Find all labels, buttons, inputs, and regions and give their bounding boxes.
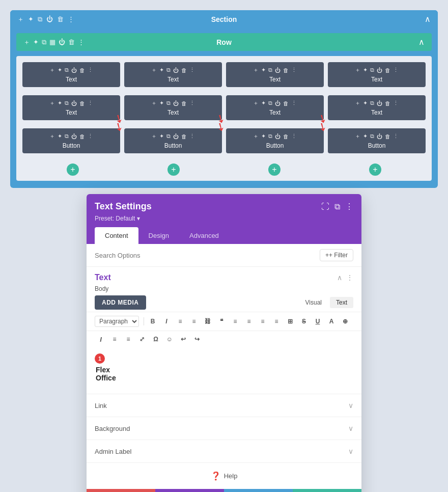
- more-formats-button[interactable]: ⊕: [339, 315, 351, 327]
- module-label-1: Text: [66, 76, 77, 83]
- table-button[interactable]: ⊞: [284, 315, 296, 327]
- search-options-input[interactable]: [95, 252, 316, 259]
- panel-tabs: Content Design Advanced: [95, 227, 353, 244]
- emoji-button[interactable]: ☺: [163, 333, 176, 345]
- module-button-4[interactable]: ＋✦⧉⏻🗑⋮ Button: [328, 128, 426, 153]
- strikethrough-button[interactable]: S: [298, 315, 310, 327]
- panel-preset[interactable]: Preset: Default ▾: [95, 215, 353, 222]
- text-section-title-row: Text ∧ ⋮: [87, 267, 361, 285]
- module-label-5: Text: [66, 109, 77, 116]
- module-text-4[interactable]: ＋✦⧉⏻🗑⋮ Text: [328, 62, 426, 87]
- section-header: ＋ ✦ ⧉ ⏻ 🗑 ⋮ Section ∧: [10, 10, 438, 28]
- module-label-8: Text: [371, 109, 382, 116]
- row-delete-icon[interactable]: 🗑: [68, 38, 75, 46]
- outdent-button[interactable]: ≡: [122, 333, 134, 345]
- unordered-list-button[interactable]: ≡: [174, 315, 186, 327]
- redo-button[interactable]: ↪: [191, 333, 203, 345]
- search-filter-row: + + Filter: [87, 244, 361, 267]
- row-settings-icon[interactable]: ✦: [33, 38, 39, 46]
- section-container: ＋ ✦ ⧉ ⏻ 🗑 ⋮ Section ∧ ＋ ✦ ⧉ ▦ ⏻ 🗑 ⋮ Row …: [10, 10, 438, 188]
- panel-columns-icon[interactable]: ⧉: [334, 202, 340, 211]
- undo-footer-button[interactable]: ↺: [155, 489, 224, 492]
- add-module-btn-2[interactable]: +: [167, 163, 180, 176]
- text-color-button[interactable]: A: [325, 315, 338, 327]
- fullscreen-editor-button[interactable]: ⤢: [136, 333, 148, 345]
- module-text-6[interactable]: ＋✦⧉⏻🗑⋮ Text: [124, 95, 222, 120]
- ordered-list-button[interactable]: ≡: [188, 315, 200, 327]
- save-button[interactable]: ✓: [293, 489, 361, 492]
- module-text-2[interactable]: ＋✦⧉⏻🗑⋮ Text: [124, 62, 222, 87]
- module-label-4: Text: [371, 76, 382, 83]
- align-justify-button[interactable]: ≡: [270, 315, 283, 327]
- tab-content[interactable]: Content: [95, 227, 138, 244]
- panel-more-icon[interactable]: ⋮: [345, 202, 353, 211]
- blockquote-button[interactable]: ❝: [215, 315, 228, 327]
- filter-plus-icon: +: [325, 252, 329, 259]
- module-text-8[interactable]: ＋✦⧉⏻🗑⋮ Text: [328, 95, 426, 120]
- section-settings-icon[interactable]: ✦: [28, 15, 34, 23]
- italic-button[interactable]: I: [160, 315, 173, 327]
- background-section[interactable]: Background ∨: [87, 417, 361, 440]
- link-section[interactable]: Link ∨: [87, 394, 361, 417]
- module-text-3[interactable]: ＋✦⧉⏻🗑⋮ Text: [226, 62, 324, 87]
- undo-button[interactable]: ↩: [177, 333, 189, 345]
- module-text-1[interactable]: ＋✦⧉⏻🗑⋮ Text: [22, 62, 120, 87]
- section-more-icon[interactable]: ⋮: [68, 15, 74, 23]
- modules-row-3-wrapper: ＋✦⧉⏻🗑⋮ Button ＋✦⧉⏻🗑⋮ Button ＋✦⧉⏻🗑⋮: [20, 126, 428, 155]
- section-add-icon[interactable]: ＋: [17, 15, 24, 24]
- row-add-icon[interactable]: ＋: [23, 38, 30, 47]
- indent-button[interactable]: ≡: [108, 333, 121, 345]
- add-module-row: + + + +: [20, 160, 428, 177]
- add-module-btn-4[interactable]: +: [369, 163, 381, 176]
- section-delete-icon[interactable]: 🗑: [57, 15, 64, 23]
- collapse-icon[interactable]: ∧: [337, 274, 342, 282]
- tab-design[interactable]: Design: [138, 227, 179, 244]
- help-text[interactable]: Help: [224, 472, 238, 480]
- section-duplicate-icon[interactable]: ⧉: [38, 15, 42, 23]
- tab-advanced[interactable]: Advanced: [179, 227, 229, 244]
- admin-label-arrow-icon: ∨: [348, 447, 353, 455]
- module-button-label-2: Button: [164, 142, 182, 149]
- panel-fullscreen-icon[interactable]: ⛶: [321, 202, 329, 211]
- editor-area[interactable]: 1 Flex Office: [87, 348, 361, 394]
- editor-tab-visual[interactable]: Visual: [299, 297, 328, 308]
- align-left-button[interactable]: ≡: [229, 315, 241, 327]
- row-disable-icon[interactable]: ⏻: [59, 38, 65, 46]
- text-settings-panel: Text Settings ⛶ ⧉ ⋮ Preset: Default ▾ Co…: [87, 194, 361, 492]
- module-button-3[interactable]: ＋✦⧉⏻🗑⋮ Button: [226, 128, 324, 153]
- section-more-icon[interactable]: ⋮: [346, 274, 353, 282]
- module-button-2[interactable]: ＋✦⧉⏻🗑⋮ Button: [124, 128, 222, 153]
- filter-button[interactable]: + + Filter: [320, 249, 353, 261]
- modules-row-2-wrapper: ＋✦⧉⏻🗑⋮ Text ＋✦⧉⏻🗑⋮ Text ＋✦⧉⏻🗑⋮: [20, 93, 428, 122]
- editor-tab-text[interactable]: Text: [330, 297, 353, 308]
- row-more-icon[interactable]: ⋮: [78, 38, 85, 46]
- underline-button[interactable]: U: [312, 315, 324, 327]
- cancel-button[interactable]: ✕: [87, 489, 155, 492]
- add-module-btn-3[interactable]: +: [268, 163, 281, 176]
- section-collapse-icon[interactable]: ∧: [425, 14, 431, 24]
- module-text-5[interactable]: ＋✦⧉⏻🗑⋮ Text: [22, 95, 120, 120]
- toolbar-divider-1: [144, 317, 144, 325]
- bold-button[interactable]: B: [147, 315, 159, 327]
- module-text-7[interactable]: ＋✦⧉⏻🗑⋮ Text: [226, 95, 324, 120]
- section-disable-icon[interactable]: ⏻: [46, 15, 53, 23]
- row-duplicate-icon[interactable]: ⧉: [42, 38, 46, 46]
- add-module-btn-1[interactable]: +: [67, 163, 79, 176]
- background-label: Background: [95, 425, 130, 432]
- redo-footer-button[interactable]: ↻: [224, 489, 293, 492]
- special-chars-button[interactable]: Ω: [150, 333, 162, 345]
- paragraph-select[interactable]: Paragraph: [95, 316, 139, 327]
- align-center-button[interactable]: ≡: [243, 315, 255, 327]
- row-title: Row: [216, 38, 232, 46]
- align-right-button[interactable]: ≡: [257, 315, 269, 327]
- module-label-7: Text: [269, 109, 281, 116]
- row-layout-icon[interactable]: ▦: [49, 38, 55, 46]
- admin-label-section[interactable]: Admin Label ∨: [87, 440, 361, 463]
- add-media-button[interactable]: ADD MEDIA: [95, 295, 146, 310]
- link-button[interactable]: ⛓: [202, 315, 214, 327]
- italic2-button[interactable]: I: [95, 333, 107, 345]
- row-collapse-icon[interactable]: ∧: [418, 37, 425, 47]
- panel-title: Text Settings: [95, 201, 152, 212]
- module-label-2: Text: [167, 76, 179, 83]
- module-button-1[interactable]: ＋✦⧉⏻🗑⋮ Button: [22, 128, 120, 153]
